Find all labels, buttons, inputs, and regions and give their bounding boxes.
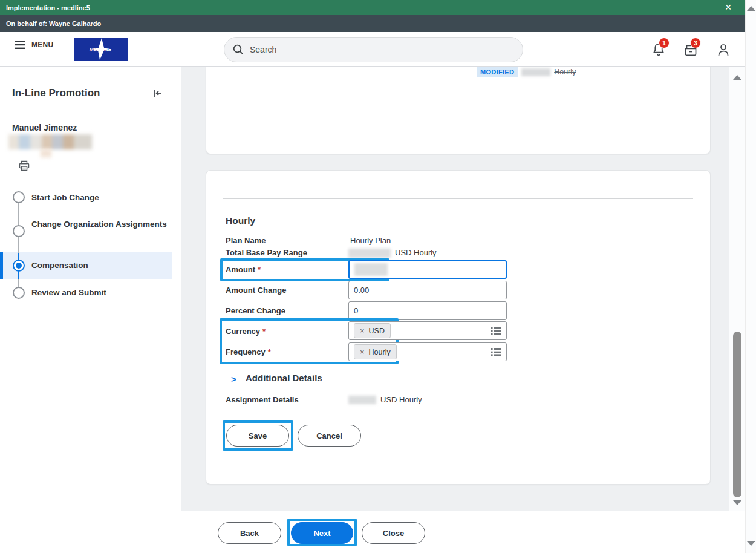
step-circle-review-and-submit[interactable] bbox=[13, 287, 25, 299]
amount-label: Amount* bbox=[226, 265, 261, 274]
application-window: Implementation - medline5 ✕ On behalf of… bbox=[0, 0, 756, 553]
employee-name: Manuel Jimenez bbox=[12, 123, 77, 133]
currency-prompt-icon[interactable] bbox=[491, 327, 501, 335]
next-button[interactable]: Next bbox=[291, 522, 353, 544]
redacted-old-value bbox=[521, 68, 550, 76]
page-scroll-up-icon[interactable] bbox=[747, 6, 755, 11]
menu-label: MENU bbox=[31, 41, 54, 49]
scroll-up-icon[interactable] bbox=[733, 75, 741, 80]
step-connector bbox=[18, 279, 19, 287]
cancel-button[interactable]: Cancel bbox=[298, 425, 361, 447]
profile-button[interactable] bbox=[716, 42, 731, 57]
step-circle-compensation[interactable] bbox=[13, 260, 25, 272]
redacted-pay-range bbox=[348, 249, 391, 258]
currency-label: Currency* bbox=[226, 327, 266, 336]
remove-frequency-icon[interactable]: × bbox=[360, 347, 365, 356]
frequency-label: Frequency* bbox=[226, 347, 271, 356]
save-button[interactable]: Save bbox=[226, 425, 289, 447]
amount-change-input[interactable]: 0.00 bbox=[348, 281, 507, 299]
frequency-pill-value: Hourly bbox=[369, 348, 391, 356]
currency-pill-value: USD bbox=[369, 327, 385, 335]
chevron-right-icon[interactable]: > bbox=[231, 374, 236, 384]
percent-change-input[interactable]: 0 bbox=[348, 301, 507, 320]
assignment-details-label: Assignment Details bbox=[226, 395, 299, 404]
modified-badge: MODIFIED bbox=[477, 67, 518, 77]
currency-input[interactable]: ×USD bbox=[348, 321, 507, 340]
on-behalf-text: On behalf of: Wayne Galhardo bbox=[6, 20, 101, 27]
menu-button[interactable]: MENU bbox=[15, 41, 54, 49]
active-step-indicator-bar bbox=[0, 252, 3, 279]
step-circle-change-organization-assignments[interactable] bbox=[13, 225, 25, 237]
step-label-review-and-submit[interactable]: Review and Submit bbox=[31, 286, 171, 299]
step-label-change-organization-assignments[interactable]: Change Organization Assignments bbox=[31, 217, 171, 231]
amount-change-value: 0.00 bbox=[354, 286, 369, 295]
search-bar[interactable] bbox=[224, 37, 523, 62]
inbox-badge: 3 bbox=[690, 38, 701, 48]
hamburger-icon bbox=[15, 41, 25, 49]
inbox-button[interactable]: 3 bbox=[683, 42, 699, 57]
amount-change-label: Amount Change bbox=[226, 286, 286, 295]
percent-change-label: Percent Change bbox=[226, 306, 285, 315]
close-icon[interactable]: ✕ bbox=[725, 2, 732, 13]
window-title: Implementation - medline5 bbox=[6, 4, 90, 11]
redacted-employee-info-tail bbox=[41, 149, 51, 157]
total-base-pay-range-suffix: USD Hourly bbox=[395, 248, 437, 257]
page-scrollbar[interactable] bbox=[745, 0, 756, 553]
frequency-pill: ×Hourly bbox=[354, 344, 397, 359]
notifications-badge: 1 bbox=[659, 38, 670, 48]
percent-change-value: 0 bbox=[354, 306, 358, 315]
back-button[interactable]: Back bbox=[218, 522, 281, 544]
close-button[interactable]: Close bbox=[362, 522, 425, 544]
content-scrollbar[interactable] bbox=[729, 67, 745, 511]
plan-name-value: Hourly Plan bbox=[350, 236, 391, 245]
redacted-assignment-value bbox=[348, 396, 376, 404]
redacted-employee-info bbox=[8, 134, 92, 149]
required-asterisk: * bbox=[258, 265, 261, 274]
page-scroll-down-icon[interactable] bbox=[747, 541, 755, 546]
required-asterisk: * bbox=[262, 327, 266, 336]
plan-name-label: Plan Name bbox=[226, 236, 266, 245]
title-bar: Implementation - medline5 ✕ bbox=[0, 0, 745, 15]
previous-section-card: MODIFIED Hourly bbox=[206, 67, 711, 154]
step-circle-start-job-change[interactable] bbox=[13, 191, 25, 203]
on-behalf-bar: On behalf of: Wayne Galhardo bbox=[0, 15, 745, 32]
frequency-prompt-icon[interactable] bbox=[491, 348, 501, 356]
remove-currency-icon[interactable]: × bbox=[360, 326, 365, 335]
scroll-down-icon[interactable] bbox=[733, 500, 741, 505]
medline-logo[interactable]: MEDLINE bbox=[74, 38, 128, 61]
collapse-panel-icon[interactable] bbox=[152, 88, 163, 98]
print-icon[interactable] bbox=[19, 160, 30, 171]
currency-pill: ×USD bbox=[354, 323, 391, 338]
app-header: MENU MEDLINE 1 3 bbox=[0, 32, 745, 67]
search-icon bbox=[233, 44, 244, 55]
total-base-pay-range-label: Total Base Pay Range bbox=[226, 248, 307, 257]
amount-input[interactable] bbox=[348, 260, 507, 279]
modified-row: MODIFIED Hourly bbox=[477, 67, 576, 77]
additional-details-toggle[interactable]: Additional Details bbox=[246, 373, 322, 383]
step-label-compensation[interactable]: Compensation bbox=[31, 258, 171, 272]
header-divider bbox=[64, 32, 64, 66]
card-divider bbox=[223, 198, 693, 199]
svg-text:MEDLINE: MEDLINE bbox=[90, 47, 112, 52]
process-title: In-Line Promotion bbox=[12, 87, 100, 99]
hourly-plan-card: Hourly Plan Name Hourly Plan Total Base … bbox=[206, 170, 711, 485]
search-input[interactable] bbox=[250, 45, 504, 54]
old-value-strikethrough: Hourly bbox=[554, 68, 576, 76]
step-label-start-job-change[interactable]: Start Job Change bbox=[31, 191, 171, 205]
notifications-button[interactable]: 1 bbox=[651, 42, 666, 57]
required-asterisk: * bbox=[268, 347, 271, 356]
section-title: Hourly bbox=[226, 215, 255, 226]
content-scrollbar-thumb[interactable] bbox=[733, 332, 741, 497]
assignment-details-suffix: USD Hourly bbox=[380, 395, 422, 404]
frequency-input[interactable]: ×Hourly bbox=[348, 342, 507, 361]
redacted-amount-value bbox=[354, 263, 388, 276]
process-sidebar: In-Line Promotion Manuel Jimenez Start J… bbox=[0, 67, 181, 553]
footer-bar: Back Next Close bbox=[181, 511, 745, 553]
